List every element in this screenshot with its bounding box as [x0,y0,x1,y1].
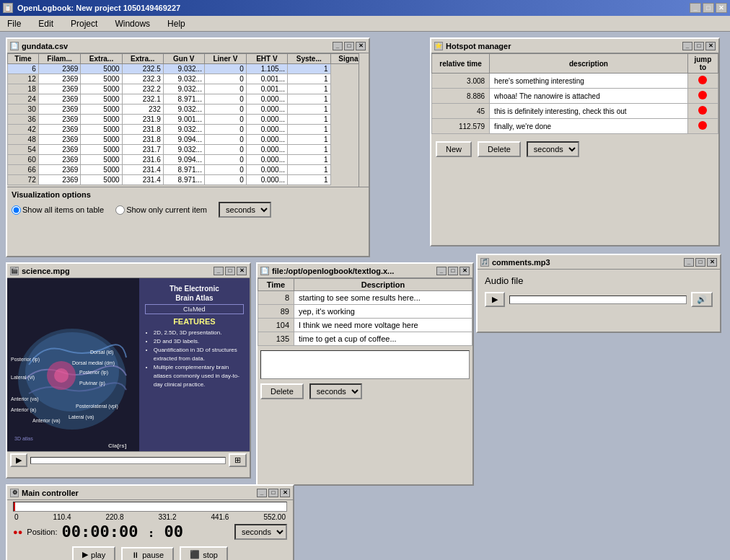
science-close-btn[interactable]: ✕ [237,267,247,275]
play-btn[interactable]: ▶ play [72,546,115,560]
hotspot-min-btn[interactable]: _ [682,42,692,50]
maximize-btn[interactable]: □ [703,3,714,13]
gundata-cell: 2369 [38,145,81,155]
textlog-input-area[interactable] [260,350,470,379]
table-row[interactable]: 6023695000231.69.094...00.000...1 [8,155,369,165]
hotspot-row[interactable]: 8.886whoaa! The nanowire is attached [432,89,718,104]
gundata-cell: 72 [8,175,39,185]
video-play-btn[interactable]: ▶ [10,453,27,467]
svg-text:Posterior (ip): Posterior (ip) [11,357,40,363]
gundata-cell: 9.001... [163,115,204,125]
stop-icon: ⬛ [190,550,200,559]
menu-edit[interactable]: Edit [34,17,58,30]
textlog-seconds-dropdown[interactable]: seconds [309,383,362,399]
stop-btn[interactable]: ⬛ stop [180,546,228,560]
hotspot-row[interactable]: 3.008here's something interesting [432,74,718,89]
hotspot-jump[interactable] [687,74,718,89]
table-row[interactable]: 623695000232.59.032...01.105...1 [8,64,369,74]
table-row[interactable]: 7223695000231.48.971...00.000...1 [8,175,369,185]
hotspot-row[interactable]: 112.579finally, we're done [432,119,718,134]
textlog-min-btn[interactable]: _ [436,267,447,275]
comments-min-btn[interactable]: _ [684,258,694,267]
gundata-cell: 8.971... [163,94,204,105]
minimize-btn[interactable]: _ [690,3,701,13]
table-row[interactable]: 3623695000231.99.001...00.000...1 [8,115,369,125]
table-row[interactable]: 30236950002329.032...00.000...1 [8,105,369,115]
log-row[interactable]: 104I think we need more voltage here [258,319,472,332]
science-max-btn[interactable]: □ [225,267,235,275]
gundata-cell: 0.000... [246,175,287,185]
hotspot-close-btn[interactable]: ✕ [705,42,716,50]
hotspot-delete-btn[interactable]: Delete [478,141,521,157]
svg-text:Anterior (va): Anterior (va) [11,396,39,402]
log-time: 135 [258,332,294,346]
video-progress[interactable] [30,457,226,464]
viz-seconds-dropdown[interactable]: seconds [219,202,271,218]
textlog-panel: 📄 file:/opt/openlogbook/textlog.x... _ □… [256,262,474,486]
gundata-cell: 54 [8,145,39,155]
close-btn[interactable]: ✕ [716,3,727,13]
app-title: OpenLogbook: New project 1050149469227 [17,4,180,12]
table-row[interactable]: 4823695000231.89.094...00.000...1 [8,135,369,145]
gundata-cell: 2369 [38,115,81,125]
controller-title: Main controller [22,489,79,497]
video-fullscreen-btn[interactable]: ⊞ [229,453,247,467]
log-row[interactable]: 89yep, it's working [258,305,472,319]
controller-max-btn[interactable]: □ [268,489,278,497]
pause-btn[interactable]: ⏸ pause [121,547,174,561]
table-row[interactable]: 1823695000232.29.032...00.001...1 [8,84,369,94]
gundata-close-btn[interactable]: ✕ [356,42,366,50]
gundata-cell: 9.032... [163,105,204,115]
textlog-max-btn[interactable]: □ [448,267,458,275]
hotspot-jump[interactable] [687,104,718,119]
menu-help[interactable]: Help [163,17,190,30]
main-progress-bar[interactable] [13,502,287,512]
gundata-cell: 0 [204,94,246,105]
log-row[interactable]: 8starting to see some results here... [258,291,472,305]
gundata-cell: 9.032... [163,64,204,74]
gundata-max-btn[interactable]: □ [344,42,354,50]
controller-close-btn[interactable]: ✕ [280,489,290,497]
table-row[interactable]: 2423695000232.18.971...00.000...1 [8,94,369,105]
menu-project[interactable]: Project [66,17,102,30]
svg-text:Posterior (lp): Posterior (lp) [79,370,108,375]
science-min-btn[interactable]: _ [214,267,224,275]
science-panel: 🎬 science.mpg _ □ ✕ [6,262,251,479]
hotspot-max-btn[interactable]: □ [694,42,704,50]
table-row[interactable]: 6623695000231.48.971...00.000...1 [8,165,369,175]
textlog-close-btn[interactable]: ✕ [459,267,470,275]
gundata-cell: 5000 [81,125,122,135]
hotspot-row[interactable]: 45this is definitely interesting, check … [432,104,718,119]
col-syste: Syste... [288,54,331,64]
comments-close-btn[interactable]: ✕ [707,258,717,267]
hotspot-seconds-dropdown[interactable]: seconds [527,141,579,157]
comments-vol-btn[interactable]: 🔊 [691,292,713,307]
table-row[interactable]: 4223695000231.89.032...00.000...1 [8,125,369,135]
menu-file[interactable]: File [3,17,25,30]
comments-max-btn[interactable]: □ [695,258,705,267]
gundata-cell: 1 [288,94,331,105]
comments-progress[interactable] [509,295,687,304]
hotspot-desc: this is definitely interesting, check th… [490,104,688,119]
gundata-min-btn[interactable]: _ [333,42,343,50]
textlog-delete-btn[interactable]: Delete [260,383,304,399]
controller-seconds-dropdown[interactable]: seconds [234,524,287,540]
hotspot-jump[interactable] [687,119,718,134]
menu-windows[interactable]: Windows [110,17,154,30]
comments-play-btn[interactable]: ▶ [485,292,505,307]
col-filam: Filam... [38,54,81,64]
show-all-radio-label[interactable]: Show all items on table [12,205,104,215]
gundata-cell: 9.032... [163,145,204,155]
log-desc: time to get a cup of coffee... [294,332,472,346]
controller-min-btn[interactable]: _ [257,489,267,497]
hotspot-new-btn[interactable]: New [436,141,472,157]
table-row[interactable]: 1223695000232.39.032...00.001...1 [8,74,369,84]
hotspot-jump[interactable] [687,89,718,104]
show-all-radio[interactable] [12,205,21,215]
gundata-cell: 5000 [81,155,122,165]
log-row[interactable]: 135time to get a cup of coffee... [258,332,472,346]
table-row[interactable]: 5423695000231.79.032...00.000...1 [8,145,369,155]
comments-title: comments.mp3 [492,258,550,267]
show-current-radio[interactable] [115,205,125,215]
show-current-radio-label[interactable]: Show only current item [115,205,207,215]
